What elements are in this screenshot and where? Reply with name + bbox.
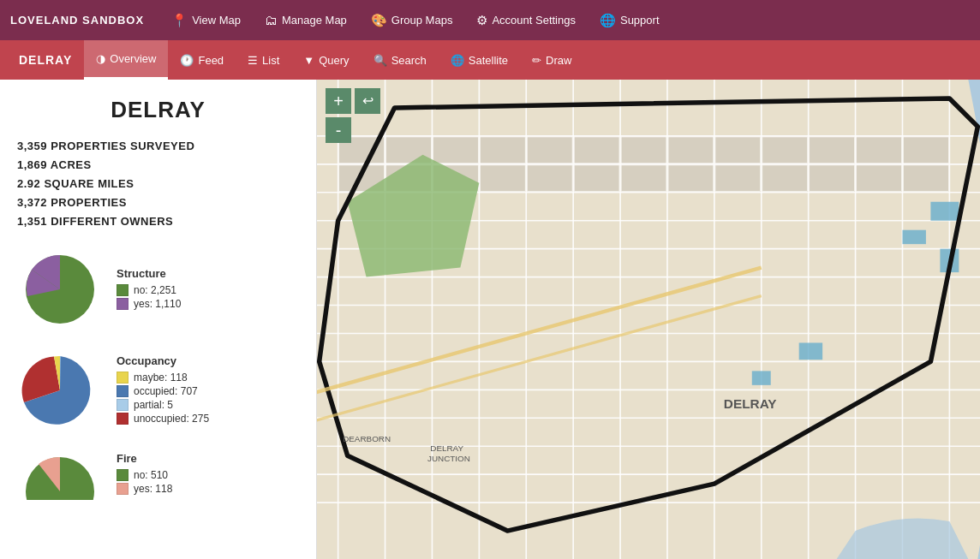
swatch-structure-yes <box>117 298 128 310</box>
nav-item-support[interactable]: 🌐 Support <box>588 0 672 40</box>
nav-item-view-map[interactable]: 📍 View Map <box>159 0 253 40</box>
support-icon: 🌐 <box>600 13 616 28</box>
nav-label-group-maps: Group Maps <box>391 14 453 27</box>
overview-panel: DELRAY 3,359 PROPERTIES SURVEYED 1,869 A… <box>0 80 317 559</box>
svg-rect-51 <box>668 165 714 192</box>
swatch-occupancy-partial <box>117 399 128 411</box>
tab-label-feed: Feed <box>198 54 224 67</box>
svg-rect-38 <box>668 137 714 164</box>
legend-label-structure-yes: yes: 1,110 <box>134 298 181 310</box>
legend-item-structure-yes: yes: 1,110 <box>117 298 181 310</box>
swatch-fire-no <box>117 469 128 481</box>
svg-rect-47 <box>480 165 525 192</box>
tab-satellite[interactable]: 🌐 Satellite <box>439 40 520 80</box>
account-settings-icon: ⚙ <box>476 13 487 28</box>
query-icon: ▼ <box>303 54 314 67</box>
brand-logo: LOVELAND SANDBOX <box>10 14 144 27</box>
legend-item-fire-no: no: 510 <box>117 469 172 481</box>
legend-occupancy: Occupancy maybe: 118 occupied: 707 parti… <box>117 354 209 426</box>
zoom-in-button[interactable]: + <box>326 88 351 114</box>
top-navigation: LOVELAND SANDBOX 📍 View Map 🗂 Manage Map… <box>0 0 980 40</box>
chart-row-occupancy: Occupancy maybe: 118 occupied: 707 parti… <box>17 348 299 433</box>
list-icon: ☰ <box>248 54 258 67</box>
nav-item-account-settings[interactable]: ⚙ Account Settings <box>464 0 588 40</box>
draw-icon: ✏ <box>532 54 541 67</box>
chart-fire <box>17 449 103 500</box>
satellite-icon: 🌐 <box>451 54 464 67</box>
overview-icon: ◑ <box>96 52 105 65</box>
svg-rect-36 <box>574 137 619 164</box>
stat-square-miles: 2.92 SQUARE MILES <box>17 175 299 193</box>
svg-rect-43 <box>904 137 949 164</box>
swatch-structure-no <box>117 284 128 296</box>
svg-rect-55 <box>857 165 902 192</box>
tab-label-draw: Draw <box>546 54 571 67</box>
chart-row-structure: Structure no: 2,251 yes: 1,110 <box>17 247 299 332</box>
swatch-occupancy-occupied <box>117 385 128 397</box>
svg-rect-61 <box>799 342 822 360</box>
legend-item-structure-no: no: 2,251 <box>117 284 181 296</box>
tab-label-query: Query <box>319 54 349 67</box>
manage-map-icon: 🗂 <box>265 13 278 27</box>
svg-rect-35 <box>527 137 572 164</box>
svg-rect-53 <box>762 165 808 192</box>
stat-acres: 1,869 ACRES <box>17 156 299 175</box>
legend-label-fire-no: no: 510 <box>134 469 168 481</box>
chart-row-fire: Fire no: 510 yes: 118 <box>17 449 299 500</box>
nav-label-support: Support <box>620 14 660 27</box>
tab-draw[interactable]: ✏ Draw <box>520 40 583 80</box>
svg-rect-62 <box>752 371 771 384</box>
map-area: DELRAY DELRAY JUNCTION DEARBORN + - ↩ <box>317 80 980 559</box>
svg-text:DELRAY: DELRAY <box>430 443 463 453</box>
svg-rect-56 <box>904 165 949 192</box>
map-placeholder: DELRAY DELRAY JUNCTION DEARBORN + - ↩ <box>317 80 980 559</box>
sub-navigation: DELRAY ◑ Overview 🕐 Feed ☰ List ▼ Query … <box>0 40 980 80</box>
stat-owners: 1,351 DIFFERENT OWNERS <box>17 212 299 231</box>
nav-item-manage-map[interactable]: 🗂 Manage Map <box>253 0 359 40</box>
tab-feed[interactable]: 🕐 Feed <box>168 40 236 80</box>
legend-label-fire-yes: yes: 118 <box>134 483 172 495</box>
tab-query[interactable]: ▼ Query <box>291 40 361 80</box>
svg-rect-37 <box>621 137 666 164</box>
nav-label-manage-map: Manage Map <box>282 14 347 27</box>
nav-item-group-maps[interactable]: 🎨 Group Maps <box>359 0 465 40</box>
svg-text:DELRAY: DELRAY <box>724 396 777 411</box>
chart-structure <box>17 247 103 332</box>
svg-rect-58 <box>930 202 959 221</box>
svg-rect-49 <box>574 165 619 192</box>
stat-properties-surveyed: 3,359 PROPERTIES SURVEYED <box>17 137 299 156</box>
tab-list[interactable]: ☰ List <box>236 40 291 80</box>
nav-label-view-map: View Map <box>192 14 241 27</box>
legend-label-occupancy-partial: partial: 5 <box>134 399 173 411</box>
legend-item-occupancy-partial: partial: 5 <box>117 399 209 411</box>
view-map-icon: 📍 <box>171 13 188 28</box>
search-icon: 🔍 <box>373 54 387 67</box>
svg-text:JUNCTION: JUNCTION <box>427 454 470 463</box>
main-content: DELRAY 3,359 PROPERTIES SURVEYED 1,869 A… <box>0 80 980 559</box>
chart-title-fire: Fire <box>117 452 172 465</box>
zoom-out-button[interactable]: - <box>326 117 351 143</box>
tab-search[interactable]: 🔍 Search <box>362 40 439 80</box>
tab-label-overview: Overview <box>110 52 156 65</box>
undo-button[interactable]: ↩ <box>355 88 380 114</box>
page-title: DELRAY <box>17 97 299 123</box>
legend-fire: Fire no: 510 yes: 118 <box>117 452 172 497</box>
svg-rect-52 <box>715 165 761 192</box>
chart-occupancy <box>17 348 103 433</box>
legend-item-occupancy-maybe: maybe: 118 <box>117 372 209 384</box>
charts-section: Structure no: 2,251 yes: 1,110 <box>17 247 299 500</box>
svg-rect-48 <box>527 165 572 192</box>
legend-item-occupancy-unoccupied: unoccupied: 275 <box>117 413 209 425</box>
svg-rect-42 <box>857 137 902 164</box>
svg-rect-54 <box>810 165 855 192</box>
chart-title-structure: Structure <box>117 267 181 280</box>
svg-rect-39 <box>715 137 761 164</box>
legend-label-occupancy-occupied: occupied: 707 <box>134 385 198 397</box>
tab-overview[interactable]: ◑ Overview <box>84 40 168 80</box>
legend-label-occupancy-unoccupied: unoccupied: 275 <box>134 413 209 425</box>
svg-rect-41 <box>810 137 855 164</box>
group-maps-icon: 🎨 <box>371 13 387 28</box>
sub-nav-brand: DELRAY <box>7 53 84 67</box>
legend-structure: Structure no: 2,251 yes: 1,110 <box>117 267 181 312</box>
nav-label-account-settings: Account Settings <box>492 14 576 27</box>
